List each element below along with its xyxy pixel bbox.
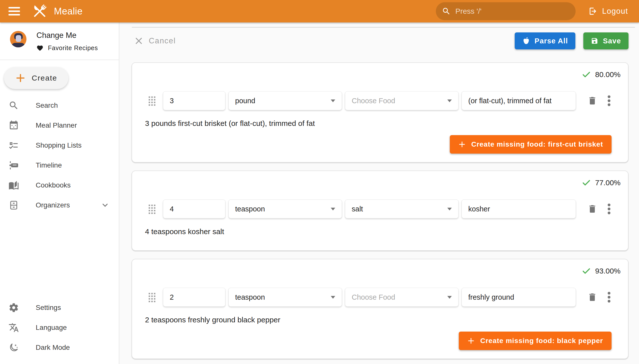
note-input[interactable] (468, 97, 569, 105)
quantity-input[interactable] (170, 293, 219, 302)
app-title: Mealie (54, 6, 83, 17)
favorites-label: Favorite Recipes (48, 44, 98, 52)
kebab-menu-icon[interactable] (607, 292, 611, 303)
logout-label: Logout (602, 7, 628, 16)
create-missing-food-button[interactable]: Create missing food: black pepper (459, 332, 611, 350)
sidebar-item-language[interactable]: Language (0, 318, 119, 338)
sidebar-item-meal-planner[interactable]: Meal Planner (0, 116, 119, 136)
ingredient-fields-row: teaspoon salt (143, 200, 620, 218)
quantity-field (163, 288, 226, 307)
heart-icon (37, 45, 44, 52)
kebab-menu-icon[interactable] (607, 95, 611, 106)
calendar-icon (8, 120, 19, 131)
checklist-icon (8, 140, 19, 150)
confidence-value: 93.00% (595, 267, 620, 275)
sidebar-item-search[interactable]: Search (0, 96, 119, 116)
sidebar: Change Me Favorite Recipes Create Search (0, 22, 119, 364)
sidebar-item-dark-mode[interactable]: Dark Mode (0, 338, 119, 358)
quantity-field (163, 91, 226, 110)
moon-icon (8, 342, 19, 353)
sidebar-item-shopping-lists[interactable]: Shopping Lists (0, 136, 119, 155)
close-icon (134, 36, 143, 46)
food-select[interactable]: Choose Food (345, 288, 459, 307)
sidebar-item-settings[interactable]: Settings (0, 298, 119, 318)
missing-food-row: Create missing food: black pepper (143, 332, 611, 350)
unit-select[interactable]: pound (228, 91, 342, 110)
hamburger-menu-icon[interactable] (9, 7, 20, 16)
food-select-value: Choose Food (352, 97, 395, 105)
unit-select[interactable]: teaspoon (228, 200, 342, 218)
fork-knife-crossed-icon (31, 2, 49, 20)
drag-handle-icon[interactable] (147, 203, 157, 215)
ingredient-card: 77.00% teaspoon salt (132, 170, 628, 251)
trash-icon[interactable] (587, 96, 597, 106)
dropdown-caret-icon (331, 296, 335, 299)
sidebar-footer: Settings Language Dark Mode (0, 298, 119, 358)
sidebar-item-cookbooks[interactable]: Cookbooks (0, 175, 119, 195)
confidence-row: 80.00% (143, 69, 620, 79)
sidebar-item-timeline[interactable]: Timeline (0, 155, 119, 175)
favorite-recipes-link[interactable]: Favorite Recipes (37, 44, 98, 52)
confidence-row: 93.00% (143, 265, 620, 276)
trash-icon[interactable] (587, 204, 597, 214)
user-name: Change Me (37, 31, 98, 40)
parse-all-button[interactable]: Parse All (515, 32, 576, 49)
parser-toolbar: Cancel Parse All Save (132, 32, 628, 49)
global-search[interactable] (436, 2, 576, 20)
unit-select-value: teaspoon (235, 205, 265, 213)
ingredient-fields-row: teaspoon Choose Food (143, 288, 620, 307)
book-icon (8, 180, 19, 190)
quantity-input[interactable] (170, 97, 219, 105)
ingredient-fields-row: pound Choose Food (143, 91, 620, 110)
create-button[interactable]: Create (4, 67, 68, 89)
unit-select[interactable]: teaspoon (228, 288, 342, 307)
translate-icon (8, 322, 19, 333)
sidebar-item-organizers[interactable]: Organizers (0, 195, 119, 215)
ingredient-card: 93.00% teaspoon Choose Food (132, 259, 628, 359)
plus-icon (458, 140, 466, 148)
trash-icon[interactable] (587, 292, 597, 302)
create-missing-food-button[interactable]: Create missing food: first-cut brisket (450, 135, 611, 154)
food-select[interactable]: salt (345, 200, 459, 218)
check-icon (582, 266, 591, 276)
apple-icon (522, 37, 530, 45)
original-ingredient-text: 4 teaspoons kosher salt (145, 228, 620, 236)
food-select[interactable]: Choose Food (345, 91, 459, 110)
dropdown-caret-icon (331, 100, 335, 102)
chevron-down-icon[interactable] (101, 201, 109, 210)
dropdown-caret-icon (447, 100, 452, 102)
note-input[interactable] (468, 293, 569, 302)
quantity-field (163, 200, 226, 218)
dropdown-caret-icon (447, 296, 452, 299)
note-field (462, 288, 576, 307)
save-button[interactable]: Save (583, 32, 628, 49)
plus-icon (467, 337, 475, 344)
sidebar-nav: Search Meal Planner Shopping Lists Timel… (0, 96, 119, 215)
food-select-value: salt (352, 205, 363, 213)
dropdown-caret-icon (331, 208, 335, 210)
missing-food-row: Create missing food: first-cut brisket (143, 135, 611, 154)
search-input[interactable] (455, 7, 570, 16)
quantity-input[interactable] (170, 205, 219, 213)
note-input[interactable] (468, 205, 569, 213)
search-icon (8, 100, 19, 111)
check-icon (582, 178, 591, 188)
cabinet-icon (8, 200, 19, 210)
cancel-button[interactable]: Cancel (132, 35, 178, 47)
confidence-value: 80.00% (595, 70, 620, 79)
unit-select-value: teaspoon (235, 293, 265, 302)
dropdown-caret-icon (447, 208, 452, 210)
plus-icon (15, 73, 26, 83)
search-icon (442, 7, 451, 16)
main-content: Cancel Parse All Save 80.00% (120, 22, 639, 364)
kebab-menu-icon[interactable] (607, 203, 611, 215)
confidence-value: 77.00% (595, 178, 620, 187)
confidence-row: 77.00% (143, 177, 620, 188)
food-select-value: Choose Food (352, 293, 395, 302)
logout-icon (588, 6, 597, 16)
user-profile[interactable]: Change Me Favorite Recipes (0, 22, 119, 52)
drag-handle-icon[interactable] (147, 292, 157, 303)
logout-button[interactable]: Logout (586, 4, 630, 18)
drag-handle-icon[interactable] (147, 95, 157, 106)
app-bar: Mealie Logout (0, 0, 639, 22)
